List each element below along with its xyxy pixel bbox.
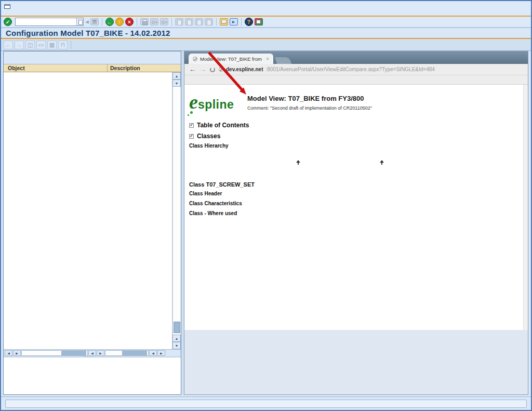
scroll-track[interactable] xyxy=(21,350,88,356)
scroll-left-icon[interactable]: ◀ xyxy=(5,350,12,356)
column-header-description[interactable]: Description xyxy=(108,64,181,72)
tree-vertical-scrollbar[interactable]: ▲ ▼ ▲ ▼ xyxy=(172,72,181,349)
splitter-handle[interactable]: ····· xyxy=(83,354,93,359)
separator xyxy=(137,18,137,26)
browser-tab[interactable]: Model View: T07_BIKE from × xyxy=(189,54,273,64)
classes-heading: ✓ Classes xyxy=(189,132,522,140)
new-session-icon[interactable] xyxy=(220,18,228,25)
nav-forward-icon[interactable]: → xyxy=(15,41,24,49)
browser-forward-icon[interactable]: → xyxy=(200,67,206,73)
window-header xyxy=(1,1,531,8)
class-hierarchy-diagram xyxy=(189,151,522,177)
scroll-down-icon[interactable]: ▼ xyxy=(172,79,181,87)
system-menu-icon[interactable] xyxy=(4,4,10,9)
tree-column-headers: Object Description xyxy=(4,64,181,72)
help-icon[interactable]: ? xyxy=(245,18,253,26)
create-shortcut-icon[interactable] xyxy=(230,18,238,25)
screen-wide-icon[interactable]: ▭ xyxy=(36,41,46,49)
page-content: espline Model View: T07_BIKE from FY3/80… xyxy=(184,85,528,330)
cancel-icon[interactable]: × xyxy=(125,18,134,26)
scroll-up-icon[interactable]: ▲ xyxy=(172,72,181,79)
browser-background xyxy=(184,330,528,394)
class-name-heading: Class T07_SCREW_SET xyxy=(189,181,522,188)
last-page-icon[interactable] xyxy=(205,18,213,25)
collapse-command-icon[interactable]: ◀ xyxy=(85,19,89,24)
espline-logo: espline xyxy=(189,94,247,112)
print-icon[interactable] xyxy=(140,18,149,25)
first-page-icon[interactable] xyxy=(175,18,183,25)
class-hierarchy-label: Class Hierarchy xyxy=(189,143,522,149)
inheritance-arrow-icon xyxy=(381,161,382,165)
browser-tab-strip: Model View: T07_BIKE from × xyxy=(184,51,528,64)
separator xyxy=(171,18,172,26)
logo-text: spline xyxy=(198,98,234,111)
page-header: espline Model View: T07_BIKE from FY3/80… xyxy=(189,94,522,117)
classes-checkbox[interactable]: ✓ xyxy=(189,134,194,139)
scroll-right-icon[interactable]: ▶ xyxy=(97,350,104,356)
find-next-icon[interactable] xyxy=(160,18,168,25)
separator xyxy=(102,18,102,26)
scroll-left-icon[interactable]: ◀ xyxy=(149,350,157,356)
save-icon[interactable] xyxy=(90,18,99,25)
screen-grid-icon[interactable]: ▦ xyxy=(47,41,57,49)
lock-icon[interactable]: ⊓ xyxy=(58,41,68,49)
url-path: :8001/AvenuePortal/User/ViewEditCompare.… xyxy=(266,67,435,72)
scroll-thumb[interactable] xyxy=(174,322,180,333)
back-icon[interactable]: ← xyxy=(105,18,114,26)
object-tree-panel: Object Description ▲ ▼ ▲ ▼ ◀ ▶ ◀ ▶ xyxy=(3,51,181,395)
customize-layout-icon[interactable] xyxy=(255,18,263,25)
scroll-right-icon[interactable]: ▶ xyxy=(13,350,21,356)
scroll-down-icon[interactable]: ▼ xyxy=(172,342,181,349)
scroll-track[interactable] xyxy=(172,87,181,335)
scroll-up-icon[interactable]: ▲ xyxy=(172,335,181,342)
tree-body: ▲ ▼ ▲ ▼ xyxy=(4,72,181,349)
toc-title: Table of Contents xyxy=(197,122,249,129)
menu-bar xyxy=(1,8,531,17)
tab-close-icon[interactable]: × xyxy=(266,56,269,62)
exit-icon[interactable]: ↑ xyxy=(115,18,124,26)
favicon-icon xyxy=(193,57,197,61)
toc-heading: ✓ Table of Contents xyxy=(189,122,522,129)
next-page-icon[interactable] xyxy=(195,18,203,25)
page-title: Model View: T07_BIKE from FY3/800 xyxy=(247,94,372,102)
browser-back-icon[interactable]: ← xyxy=(189,67,196,73)
standard-toolbar: ✓ ◀ ← ↑ × ? xyxy=(1,17,531,28)
logo-letter: e xyxy=(189,91,198,113)
separator xyxy=(241,18,242,26)
class-where-used-label: Class - Where used xyxy=(189,210,522,216)
application-toolbar: ← → ◫ ▭ ▦ ⊓ xyxy=(1,39,531,51)
tree-toolbar xyxy=(4,51,181,64)
browser-panel: Model View: T07_BIKE from × ← → dev.espl… xyxy=(184,51,528,395)
scroll-track[interactable] xyxy=(105,350,149,356)
status-message-field xyxy=(5,400,527,408)
breadcrumb xyxy=(189,87,522,93)
previous-page-icon[interactable] xyxy=(185,18,193,25)
column-header-object[interactable]: Object xyxy=(4,64,108,72)
site-icon xyxy=(219,67,223,72)
scroll-right-icon[interactable]: ▶ xyxy=(157,350,165,356)
reload-icon[interactable] xyxy=(210,67,215,72)
separator xyxy=(71,41,71,49)
command-field-wrap xyxy=(15,18,84,26)
find-icon[interactable] xyxy=(150,18,158,25)
bookmarks-bar xyxy=(184,75,528,85)
tab-title: Model View: T07_BIKE from xyxy=(200,56,262,62)
enter-icon[interactable]: ✓ xyxy=(4,18,12,26)
address-bar[interactable]: dev.espline.net:8001/AvenuePortal/User/V… xyxy=(219,67,435,72)
page-title-block: Model View: T07_BIKE from FY3/800 Commen… xyxy=(247,94,372,111)
command-history-icon[interactable] xyxy=(76,18,83,25)
new-tab-button[interactable] xyxy=(275,57,291,64)
url-host: dev.espline.net xyxy=(226,67,263,72)
class-characteristics-label: Class Characteristics xyxy=(189,201,522,206)
page-comment: Comment: "Second draft of implementation… xyxy=(247,105,372,111)
screen-split-icon[interactable]: ◫ xyxy=(25,41,35,49)
command-field[interactable] xyxy=(16,19,76,25)
transaction-title: Configuration Model T07_BIKE - 14.02.201… xyxy=(6,29,170,37)
classes-title: Classes xyxy=(197,132,220,140)
scroll-thumb[interactable] xyxy=(122,351,147,355)
toc-checkbox[interactable]: ✓ xyxy=(189,123,194,128)
separator xyxy=(216,18,217,26)
status-bar xyxy=(1,396,531,410)
page-scrollbar[interactable] xyxy=(523,85,528,330)
nav-back-icon[interactable]: ← xyxy=(4,41,13,49)
